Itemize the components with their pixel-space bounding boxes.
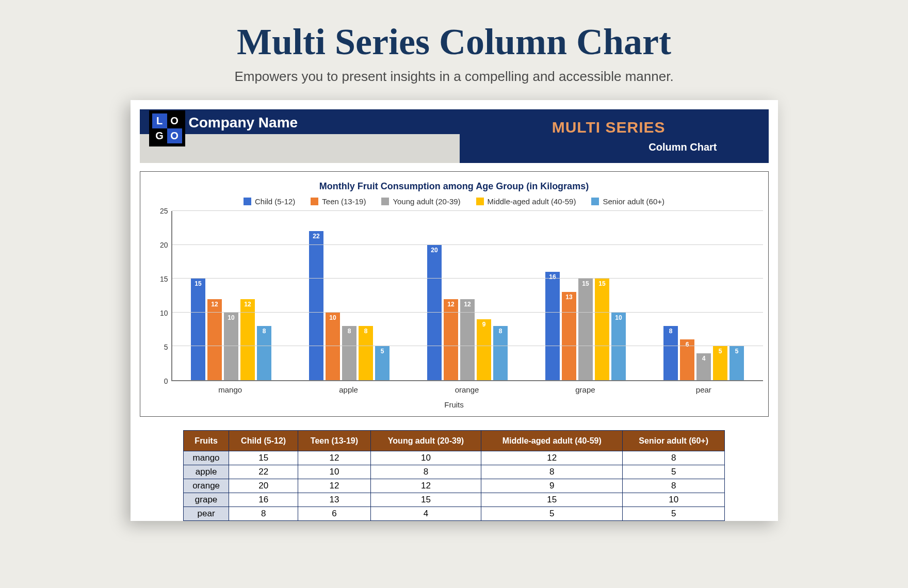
header-sub: Column Chart bbox=[648, 141, 717, 153]
bar: 4 bbox=[696, 353, 711, 380]
bar-value: 16 bbox=[545, 273, 560, 281]
bar: 22 bbox=[309, 231, 323, 380]
bar-group: 86455 bbox=[645, 211, 763, 380]
table-cell: 22 bbox=[229, 465, 298, 479]
y-tick: 20 bbox=[160, 241, 168, 249]
bar: 5 bbox=[713, 346, 727, 380]
plot-area: 151210128221088520121298161315151086455 bbox=[171, 211, 763, 381]
y-tick: 25 bbox=[160, 207, 168, 215]
bar: 12 bbox=[240, 299, 255, 380]
x-tick: apple bbox=[289, 385, 408, 394]
table-cell: 8 bbox=[229, 507, 298, 521]
table-cell: 13 bbox=[298, 493, 371, 507]
table-cell: 8 bbox=[623, 479, 725, 493]
table-header: Middle-aged adult (40-59) bbox=[481, 431, 623, 451]
bar-value: 12 bbox=[240, 301, 255, 308]
legend-item: Child (5-12) bbox=[244, 197, 295, 206]
legend-label: Middle-aged adult (40-59) bbox=[488, 197, 576, 206]
bar-group: 1613151510 bbox=[527, 211, 645, 380]
bar-value: 8 bbox=[342, 328, 356, 335]
doc-header: L O G O Company Name MULTI SERIES Column… bbox=[140, 109, 769, 163]
table-row-header: pear bbox=[184, 507, 229, 521]
table-cell: 8 bbox=[370, 465, 481, 479]
bar-value: 6 bbox=[680, 341, 694, 348]
legend-swatch bbox=[381, 198, 389, 205]
bar-value: 9 bbox=[477, 321, 491, 328]
bar: 13 bbox=[562, 292, 576, 380]
page-title: Multi Series Column Chart bbox=[0, 21, 908, 63]
header-multi-series: MULTI SERIES bbox=[552, 119, 666, 136]
legend-item: Senior adult (60+) bbox=[591, 197, 664, 206]
bar: 8 bbox=[663, 326, 678, 380]
table-row-header: mango bbox=[184, 451, 229, 465]
bar-value: 5 bbox=[713, 348, 727, 355]
table-header: Fruits bbox=[184, 431, 229, 451]
x-tick: grape bbox=[526, 385, 644, 394]
bar-value: 5 bbox=[375, 348, 390, 355]
legend-label: Senior adult (60+) bbox=[603, 197, 664, 206]
legend-swatch bbox=[476, 198, 484, 205]
table-cell: 8 bbox=[623, 451, 725, 465]
y-tick: 5 bbox=[164, 343, 168, 351]
table-row: orange20121298 bbox=[184, 479, 725, 493]
bar-value: 8 bbox=[663, 328, 678, 335]
table-cell: 4 bbox=[370, 507, 481, 521]
bar-value: 10 bbox=[611, 314, 626, 321]
table-cell: 20 bbox=[229, 479, 298, 493]
table-cell: 5 bbox=[623, 507, 725, 521]
table-row-header: orange bbox=[184, 479, 229, 493]
legend-item: Young adult (20-39) bbox=[381, 197, 460, 206]
x-tick: mango bbox=[171, 385, 289, 394]
table-cell: 10 bbox=[298, 465, 371, 479]
bar-value: 12 bbox=[444, 301, 458, 308]
table-cell: 5 bbox=[481, 507, 623, 521]
company-name: Company Name bbox=[189, 115, 298, 131]
bar-value: 15 bbox=[595, 280, 609, 287]
bar: 12 bbox=[207, 299, 222, 380]
table-cell: 10 bbox=[623, 493, 725, 507]
table-row: apple2210885 bbox=[184, 465, 725, 479]
table-cell: 16 bbox=[229, 493, 298, 507]
legend-swatch bbox=[244, 198, 251, 205]
table-cell: 12 bbox=[298, 451, 371, 465]
table-cell: 10 bbox=[370, 451, 481, 465]
bar-group: 2210885 bbox=[290, 211, 409, 380]
page-subtitle: Empowers you to present insights in a co… bbox=[0, 69, 908, 85]
chart-legend: Child (5-12)Teen (13-19)Young adult (20-… bbox=[145, 197, 763, 206]
bar-value: 4 bbox=[696, 355, 711, 362]
table-header: Young adult (20-39) bbox=[370, 431, 481, 451]
bar-value: 5 bbox=[729, 348, 744, 355]
legend-item: Teen (13-19) bbox=[311, 197, 366, 206]
bar-value: 8 bbox=[359, 328, 373, 335]
y-tick: 0 bbox=[164, 377, 168, 385]
legend-item: Middle-aged adult (40-59) bbox=[476, 197, 576, 206]
x-axis-label: Fruits bbox=[145, 400, 763, 409]
x-tick: orange bbox=[408, 385, 526, 394]
bar-value: 22 bbox=[309, 233, 323, 240]
table-cell: 12 bbox=[370, 479, 481, 493]
y-axis: 0510152025 bbox=[145, 211, 171, 381]
bar: 10 bbox=[611, 313, 626, 380]
logo-icon: L O G O bbox=[149, 110, 185, 146]
bar-value: 12 bbox=[460, 301, 475, 308]
table-header: Child (5-12) bbox=[229, 431, 298, 451]
bar: 5 bbox=[729, 346, 744, 380]
bar: 12 bbox=[460, 299, 475, 380]
bar-value: 15 bbox=[191, 280, 205, 287]
table-row: mango151210128 bbox=[184, 451, 725, 465]
table-cell: 5 bbox=[623, 465, 725, 479]
bar-value: 12 bbox=[207, 301, 222, 308]
table-row: pear86455 bbox=[184, 507, 725, 521]
bar: 8 bbox=[342, 326, 356, 380]
y-tick: 15 bbox=[160, 275, 168, 283]
x-tick: pear bbox=[644, 385, 763, 394]
table-row-header: grape bbox=[184, 493, 229, 507]
chart-title: Monthly Fruit Consumption among Age Grou… bbox=[145, 181, 763, 192]
legend-label: Teen (13-19) bbox=[322, 197, 366, 206]
table-cell: 15 bbox=[229, 451, 298, 465]
bar: 9 bbox=[477, 319, 491, 380]
table-cell: 9 bbox=[481, 479, 623, 493]
legend-swatch bbox=[311, 198, 318, 205]
bar: 16 bbox=[545, 272, 560, 380]
table-row: grape1613151510 bbox=[184, 493, 725, 507]
